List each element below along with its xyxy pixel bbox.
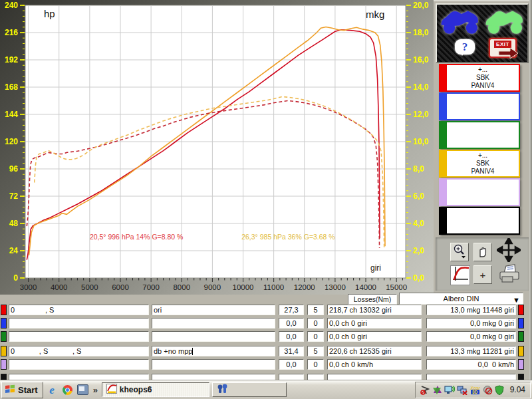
svg-text:10000: 10000	[233, 283, 254, 291]
losses-label: Losses(Nm)	[348, 294, 397, 305]
gear-value: 5	[307, 305, 324, 315]
dyno-chart[interactable]: 3000400050006000700080009000100001100012…	[0, 0, 434, 295]
show-desktop-icon[interactable]	[76, 384, 89, 396]
svg-text:20,5° 996 hPa 14% G=8.8: 20,5° 996 hPa 14% G=8.80 %	[90, 233, 184, 241]
peak-power-value: 0,0 ch 0 km/h	[327, 359, 422, 370]
run-name-field[interactable]	[152, 359, 275, 370]
svg-text:10,0: 10,0	[413, 137, 429, 146]
kheops-app-icon	[106, 384, 117, 396]
tray-sync-blocked-icon[interactable]	[420, 385, 430, 395]
blue-motorcycle-button[interactable]	[440, 7, 481, 35]
exit-arrow-icon	[498, 47, 519, 62]
internet-explorer-icon[interactable]: e	[46, 384, 59, 396]
row-color-indicator	[1, 318, 7, 329]
svg-text:144: 144	[5, 110, 18, 119]
run-name-field[interactable]: ori	[152, 305, 275, 315]
green-motorcycle-button[interactable]	[484, 7, 525, 35]
gear-value: 5	[307, 346, 324, 356]
tray-graphics-utility-icon[interactable]	[432, 385, 442, 395]
svg-text:4,0: 4,0	[413, 219, 424, 228]
tray-xear3d-icon[interactable]: Xear 3D	[469, 385, 481, 395]
curve-slot-3[interactable]	[439, 121, 520, 149]
run-conditions-field[interactable]	[9, 318, 149, 329]
help-button[interactable]: ?	[453, 38, 478, 61]
four-way-arrows-icon	[497, 238, 521, 265]
slot-line: PANIV4	[471, 168, 495, 176]
run-name-field[interactable]	[152, 331, 275, 342]
pan-button[interactable]	[473, 243, 492, 261]
curve-chart-icon	[452, 265, 469, 285]
tray-globe-blocked-icon[interactable]	[483, 385, 493, 395]
svg-text:hp: hp	[44, 8, 55, 19]
hand-icon	[476, 244, 489, 261]
svg-text:24: 24	[9, 246, 19, 255]
tray-network-disconnected-icon[interactable]	[457, 385, 467, 395]
run-conditions-field[interactable]: 0 , S , S	[9, 346, 149, 356]
chrome-icon[interactable]	[61, 384, 74, 396]
run-row-5: 0,0 0 0,0 ch 0 km/h 0,0 0 km/h	[0, 359, 527, 370]
main-menu-panel: ? EXIT	[436, 3, 529, 63]
blue-motorcycle-icon	[440, 26, 481, 37]
svg-text:9000: 9000	[204, 283, 221, 291]
start-button[interactable]: Start	[1, 382, 43, 398]
kheops-dyno-app: 3000400050006000700080009000100001100012…	[0, 0, 532, 399]
exit-button[interactable]: EXIT	[489, 38, 521, 62]
task-secondary[interactable]	[212, 382, 287, 397]
row-color-indicator	[1, 359, 7, 370]
svg-text:6000: 6000	[112, 283, 129, 291]
run-conditions-field[interactable]	[9, 331, 149, 342]
curve-slot-2[interactable]	[439, 92, 520, 120]
run-conditions-field[interactable]	[9, 359, 149, 370]
tray-monitor-signal-icon[interactable]	[444, 385, 455, 395]
peak-torque-value: 13,0 mkg 11448 giri	[426, 305, 516, 315]
svg-text:240: 240	[5, 1, 18, 10]
svg-text:16,0: 16,0	[413, 55, 429, 65]
svg-text:168: 168	[5, 82, 18, 92]
curve-slot-1[interactable]: +... SBK PANIV4	[439, 64, 520, 92]
task-kheops6[interactable]: kheops6	[102, 382, 209, 397]
run-conditions-field[interactable]: 0 , S	[9, 305, 149, 315]
run-name-field[interactable]	[152, 318, 275, 329]
window-right-edge	[529, 0, 532, 380]
windows-logo-icon	[5, 384, 15, 396]
row-color-indicator	[518, 331, 524, 342]
taskbar-clock: 9.04	[506, 385, 525, 394]
zoom-button[interactable]	[450, 243, 469, 261]
slot-line: SBK	[476, 74, 489, 82]
svg-text:14,0: 14,0	[413, 82, 429, 92]
printer-icon	[497, 263, 521, 287]
svg-text:0,0: 0,0	[413, 273, 424, 283]
move-arrows-button[interactable]	[495, 239, 522, 264]
svg-text:15000: 15000	[386, 283, 407, 291]
slot-color-bar	[439, 207, 446, 235]
correction-value: 0,0	[279, 331, 304, 342]
svg-text:2,0: 2,0	[413, 246, 424, 255]
run-row-1: 0 , S ori 27,3 5 218,7 ch 13032 giri 13,…	[0, 305, 527, 315]
curve-slot-4[interactable]: +... SBK PANIV4	[439, 150, 520, 178]
peak-power-value: 220,6 ch 12535 giri	[327, 346, 422, 356]
svg-text:72: 72	[9, 192, 19, 201]
row-color-indicator	[1, 305, 7, 315]
curve-slot-6[interactable]	[439, 207, 520, 235]
svg-text:giri: giri	[370, 263, 381, 273]
curve-slot-5[interactable]	[439, 178, 520, 206]
svg-text:3D: 3D	[472, 390, 478, 394]
tray-shield-icon[interactable]	[495, 385, 504, 395]
correction-value: 31,4	[279, 346, 304, 356]
print-button[interactable]	[495, 264, 523, 287]
system-tray: Xear 3D 9.04	[415, 382, 531, 398]
quicklaunch-chevron[interactable]: »	[92, 385, 99, 395]
svg-text:48: 48	[9, 219, 19, 228]
run-name-field[interactable]: db +no mpp	[152, 346, 275, 356]
svg-text:192: 192	[5, 55, 18, 65]
add-button[interactable]: +	[473, 265, 492, 284]
slot-line: SBK	[476, 160, 489, 168]
svg-text:12,0: 12,0	[413, 110, 429, 119]
row-color-indicator	[1, 346, 7, 356]
svg-text:216: 216	[5, 28, 18, 37]
slot-color-bar	[439, 121, 446, 149]
gear-value: 0	[307, 318, 324, 329]
curve-display-button[interactable]	[450, 265, 470, 285]
svg-text:3000: 3000	[20, 283, 37, 291]
shaft-selector[interactable]: Albero DIN ▼	[399, 293, 523, 305]
